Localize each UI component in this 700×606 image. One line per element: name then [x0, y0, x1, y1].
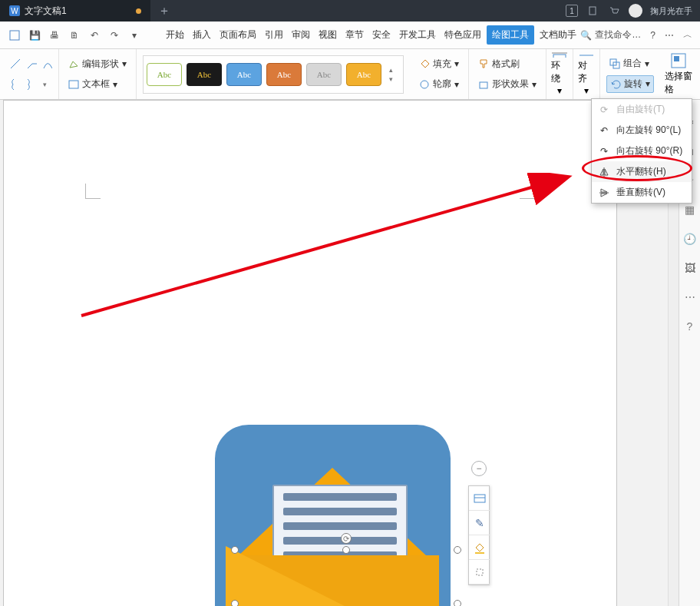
sb-image-icon[interactable]: 🖼: [683, 261, 697, 275]
style-chip-6[interactable]: Abc: [346, 63, 381, 86]
tab-start[interactable]: 开始: [163, 25, 187, 45]
svg-rect-18: [477, 569, 483, 575]
sb-history-icon[interactable]: 🕘: [683, 232, 697, 246]
sb-ellipsis-icon[interactable]: ⋯: [683, 290, 697, 304]
rotation-handle[interactable]: ⟳: [341, 533, 352, 544]
clipboard-icon[interactable]: [586, 4, 599, 18]
cart-icon[interactable]: [607, 4, 621, 18]
elbow-connector-icon[interactable]: [26, 58, 38, 70]
rotate-free: ⟳ 自由旋转(T): [592, 99, 692, 120]
tab-doc-assistant[interactable]: 文档助手: [537, 25, 579, 45]
collapse-icon[interactable]: ︿: [683, 28, 692, 41]
document-page[interactable]: [3, 100, 617, 606]
tab-insert[interactable]: 插入: [190, 25, 214, 45]
handle-n[interactable]: [342, 546, 350, 554]
avatar[interactable]: [629, 4, 642, 18]
tab-chapter[interactable]: 章节: [342, 25, 367, 45]
edit-shape-icon: [68, 58, 79, 69]
mini-fill-icon[interactable]: [469, 535, 490, 560]
shape-gallery-more-icon[interactable]: ▾: [43, 81, 47, 88]
brace-right-icon[interactable]: [26, 78, 38, 91]
flip-v-label: 垂直翻转(V): [616, 186, 665, 199]
outline-button[interactable]: 轮廓 ▾: [416, 76, 462, 92]
select-pane-label: 选择窗格: [665, 70, 692, 96]
menubar: 💾 🖶 🗎 ↶ ↷ ▾ 开始 插入 页面布局 引用 审阅 视图 章节 安全 开发…: [0, 22, 700, 49]
tab-view[interactable]: 视图: [315, 25, 340, 45]
gallery-scroll[interactable]: ▴▾: [389, 66, 400, 83]
app-menu-icon[interactable]: [8, 28, 21, 42]
sb-help-icon[interactable]: ?: [683, 320, 697, 333]
handle-ne[interactable]: [454, 546, 461, 554]
group-button[interactable]: 组合 ▾: [606, 55, 654, 71]
wrap-group[interactable]: 环绕▾: [546, 49, 573, 99]
fill-button[interactable]: 填充 ▾: [416, 56, 462, 72]
ribbon-edit-shape-group: 编辑形状 ▾ 文本框 ▾: [59, 49, 137, 99]
rotate-left-90[interactable]: ↶ 向左旋转 90°(L): [592, 120, 692, 141]
handle-nw[interactable]: [231, 546, 239, 554]
document-tab[interactable]: W 文字文稿1: [0, 0, 150, 22]
rotate-button[interactable]: 旋转 ▾: [606, 75, 654, 93]
outline-icon: [419, 79, 430, 90]
selection-box[interactable]: ⟳: [235, 550, 457, 606]
line-icon[interactable]: [9, 58, 21, 70]
mini-layout-icon[interactable]: [469, 486, 490, 511]
curve-icon[interactable]: [43, 58, 52, 70]
outline-label: 轮廓: [433, 78, 451, 91]
style-chip-3[interactable]: Abc: [226, 63, 262, 86]
margin-corner-tr: [520, 184, 535, 199]
edit-shape-button[interactable]: 编辑形状 ▾: [65, 56, 130, 72]
shape-effect-button[interactable]: 形状效果 ▾: [475, 76, 540, 92]
modified-dot-icon: [136, 8, 141, 14]
qat-more-icon[interactable]: ▾: [127, 28, 141, 42]
redo-icon[interactable]: ↷: [107, 28, 121, 42]
format-painter-button[interactable]: 格式刷: [475, 56, 540, 72]
textbox-button[interactable]: 文本框 ▾: [65, 76, 130, 92]
add-tab-button[interactable]: ＋: [154, 0, 175, 22]
tab-dev-tools[interactable]: 开发工具: [396, 25, 439, 45]
svg-rect-1: [10, 31, 19, 40]
more-icon[interactable]: ⋯: [665, 30, 674, 41]
shape-style-gallery[interactable]: Abc Abc Abc Abc Abc Abc ▴▾: [143, 55, 404, 94]
rotate-free-label: 自由旋转(T): [616, 103, 665, 116]
tab-featured[interactable]: 特色应用: [441, 25, 484, 45]
annotation-oval: [582, 155, 692, 181]
save-icon[interactable]: 💾: [28, 28, 41, 42]
print-icon[interactable]: 🖶: [48, 28, 61, 42]
menu-tabs: 开始 插入 页面布局 引用 审阅 视图 章节 安全 开发工具 特色应用 绘图工具…: [163, 25, 579, 45]
style-chip-2[interactable]: Abc: [187, 63, 222, 86]
style-chip-4[interactable]: Abc: [266, 63, 302, 86]
style-chip-5[interactable]: Abc: [306, 63, 342, 86]
mini-edit-icon[interactable]: ✎: [469, 511, 490, 535]
align-label: 对齐: [578, 59, 595, 85]
tab-security[interactable]: 安全: [369, 25, 394, 45]
align-group[interactable]: 对齐▾: [573, 49, 600, 99]
search-icon: 🔍: [580, 30, 592, 41]
format-painter-label: 格式刷: [492, 58, 520, 71]
flip-v-icon: [598, 187, 610, 199]
style-chip-1[interactable]: Abc: [147, 63, 182, 86]
handle-e[interactable]: [454, 600, 461, 606]
tab-drawing-tools[interactable]: 绘图工具: [487, 25, 534, 45]
rotate-left-icon: ↶: [598, 124, 610, 137]
search-command[interactable]: 🔍 查找命令…: [580, 28, 641, 41]
preview-icon[interactable]: 🗎: [68, 28, 81, 42]
undo-icon[interactable]: ↶: [88, 28, 101, 42]
collapse-mini-toolbar[interactable]: −: [471, 461, 487, 476]
brace-left-icon[interactable]: [9, 78, 21, 91]
handle-w[interactable]: [231, 600, 239, 606]
tab-reference[interactable]: 引用: [262, 25, 286, 45]
tab-review[interactable]: 审阅: [289, 25, 313, 45]
select-pane-icon: [670, 52, 687, 68]
fill-icon: [419, 58, 430, 69]
rotate-dropdown: ⟳ 自由旋转(T) ↶ 向左旋转 90°(L) ↷ 向右旋转 90°(R) 水平…: [591, 98, 692, 204]
flip-vertical[interactable]: 垂直翻转(V): [592, 182, 692, 203]
rotate-label: 旋转: [624, 78, 642, 91]
tab-page-layout[interactable]: 页面布局: [216, 25, 259, 45]
select-pane-group[interactable]: 选择窗格: [660, 49, 697, 99]
mini-toolbar: ✎: [468, 485, 490, 585]
vertical-scrollbar[interactable]: [668, 200, 679, 606]
help-icon[interactable]: ?: [650, 30, 655, 41]
sb-table-icon[interactable]: ▦: [683, 203, 697, 217]
ribbon: ▾ 编辑形状 ▾ 文本框 ▾ Abc Abc Abc Abc Abc Abc ▴…: [0, 49, 700, 100]
mini-more-icon[interactable]: [469, 560, 490, 584]
